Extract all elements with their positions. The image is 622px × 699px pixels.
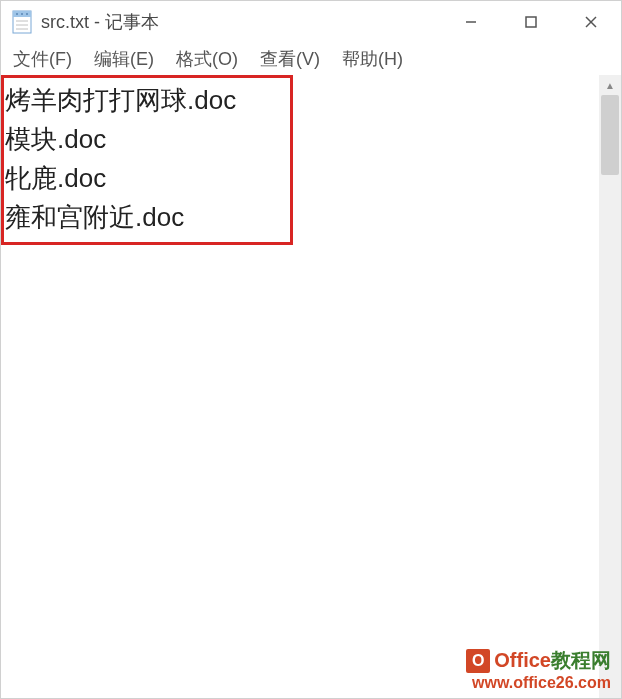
text-line: 雍和宫附近.doc bbox=[5, 198, 595, 237]
window-title: src.txt - 记事本 bbox=[41, 10, 159, 34]
menu-view[interactable]: 查看(V) bbox=[256, 45, 324, 73]
menu-file[interactable]: 文件(F) bbox=[9, 45, 76, 73]
close-button[interactable] bbox=[561, 1, 621, 43]
svg-point-2 bbox=[16, 13, 18, 15]
vertical-scrollbar[interactable]: ▲ bbox=[599, 75, 621, 698]
menu-edit[interactable]: 编辑(E) bbox=[90, 45, 158, 73]
svg-point-4 bbox=[26, 13, 28, 15]
window-controls bbox=[441, 1, 621, 43]
minimize-button[interactable] bbox=[441, 1, 501, 43]
text-line: 烤羊肉打打网球.doc bbox=[5, 81, 595, 120]
text-line: 牝鹿.doc bbox=[5, 159, 595, 198]
notepad-window: src.txt - 记事本 文件(F) 编辑(E) 格式(O) 查看(V) 帮助… bbox=[0, 0, 622, 699]
svg-rect-9 bbox=[526, 17, 536, 27]
menu-help[interactable]: 帮助(H) bbox=[338, 45, 407, 73]
notepad-icon bbox=[11, 9, 33, 35]
text-area[interactable]: 烤羊肉打打网球.doc 模块.doc 牝鹿.doc 雍和宫附近.doc bbox=[1, 75, 599, 698]
scroll-thumb[interactable] bbox=[601, 95, 619, 175]
titlebar[interactable]: src.txt - 记事本 bbox=[1, 1, 621, 43]
scroll-up-arrow[interactable]: ▲ bbox=[599, 75, 621, 95]
maximize-button[interactable] bbox=[501, 1, 561, 43]
menubar: 文件(F) 编辑(E) 格式(O) 查看(V) 帮助(H) bbox=[1, 43, 621, 75]
text-line: 模块.doc bbox=[5, 120, 595, 159]
content-area: 烤羊肉打打网球.doc 模块.doc 牝鹿.doc 雍和宫附近.doc ▲ bbox=[1, 75, 621, 698]
menu-format[interactable]: 格式(O) bbox=[172, 45, 242, 73]
svg-point-3 bbox=[21, 13, 23, 15]
